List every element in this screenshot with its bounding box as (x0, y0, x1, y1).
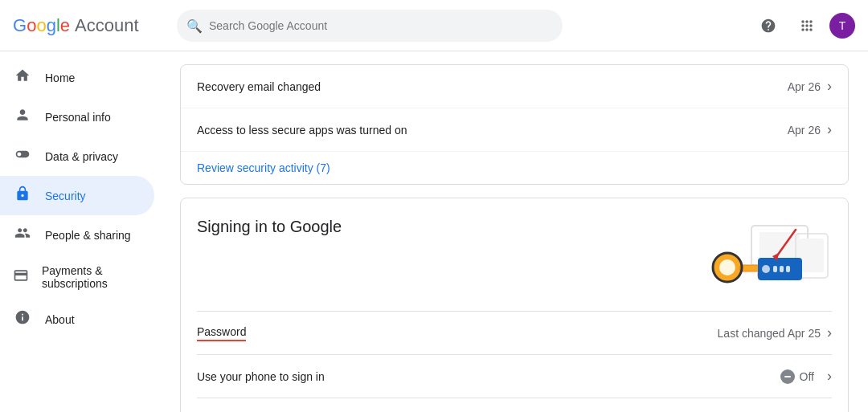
sidebar-label-security: Security (45, 190, 86, 202)
apps-button[interactable] (791, 10, 823, 42)
password-date: Last changed Apr 25 (718, 327, 821, 340)
person-icon (13, 107, 32, 127)
search-icon: 🔍 (186, 18, 203, 33)
info-icon (13, 309, 32, 329)
sidebar-label-home: Home (45, 71, 75, 84)
help-button[interactable] (752, 10, 784, 42)
home-icon (13, 67, 32, 88)
activity-title-0: Recovery email changed (197, 80, 772, 93)
people-icon (13, 225, 32, 245)
svg-point-7 (719, 259, 735, 275)
recent-activity-card: Recovery email changed Apr 26 › Access t… (180, 64, 849, 185)
sidebar-item-data-privacy[interactable]: Data & privacy (0, 137, 154, 176)
account-title: Account (75, 15, 139, 36)
2step-row[interactable]: 2-Step Verification Off › (197, 398, 832, 412)
chevron-right-icon-password: › (827, 324, 832, 341)
toggle-icon (13, 146, 32, 166)
sidebar-item-people-sharing[interactable]: People & sharing (0, 215, 154, 255)
layout: Home Personal info Data & privacy Securi… (0, 51, 868, 412)
sidebar-label-about: About (45, 313, 75, 326)
phone-signin-status-text: Off (800, 370, 814, 383)
sidebar-item-personal-info[interactable]: Personal info (0, 97, 154, 137)
activity-row-1[interactable]: Access to less secure apps was turned on… (181, 108, 848, 152)
sidebar-item-payments[interactable]: Payments & subscriptions (0, 255, 154, 300)
activity-row-0[interactable]: Recovery email changed Apr 26 › (181, 65, 848, 108)
svg-rect-5 (800, 239, 824, 272)
sidebar-label-payments: Payments & subscriptions (42, 264, 141, 290)
phone-signin-label: Use your phone to sign in (197, 370, 780, 383)
signing-in-card: Signing in to Google (180, 198, 849, 412)
phone-signin-status: Off (780, 369, 814, 384)
password-row[interactable]: Password Last changed Apr 25 › (197, 311, 832, 354)
svg-rect-1 (760, 232, 800, 259)
password-row-left: Password (197, 325, 702, 341)
signing-in-header: Signing in to Google (197, 218, 832, 298)
lock-icon (13, 186, 32, 206)
svg-rect-16 (786, 266, 790, 272)
password-label: Password (197, 325, 246, 341)
signing-in-illustration (671, 218, 832, 298)
svg-rect-14 (773, 266, 777, 272)
apps-icon (799, 18, 815, 34)
search-bar-container: 🔍 (177, 10, 563, 42)
sidebar-item-about[interactable]: About (0, 300, 154, 339)
main-content: Recovery email changed Apr 26 › Access t… (161, 51, 868, 412)
phone-signin-row[interactable]: Use your phone to sign in Off › (197, 354, 832, 398)
svg-point-13 (762, 265, 770, 273)
search-input[interactable] (177, 10, 563, 42)
header-actions: T (752, 10, 855, 42)
sidebar-item-security[interactable]: Security (0, 176, 154, 215)
google-logo-text: Google (13, 15, 70, 36)
sidebar-label-personal-info: Personal info (45, 111, 111, 124)
credit-card-icon (13, 267, 29, 288)
review-security-link[interactable]: Review security activity (7) (181, 152, 848, 184)
logo: Google Account (13, 15, 158, 36)
svg-rect-15 (780, 266, 784, 272)
signing-in-title: Signing in to Google (197, 218, 342, 236)
sidebar-item-home[interactable]: Home (0, 58, 154, 97)
off-icon-phone (780, 369, 795, 384)
help-icon (760, 18, 776, 34)
phone-signin-left: Use your phone to sign in (197, 370, 780, 383)
sidebar: Home Personal info Data & privacy Securi… (0, 51, 161, 412)
sidebar-label-data-privacy: Data & privacy (45, 150, 118, 163)
chevron-right-icon-0: › (827, 78, 832, 95)
chevron-right-icon-1: › (827, 121, 832, 138)
chevron-right-icon-phone: › (827, 368, 832, 385)
avatar[interactable]: T (829, 13, 855, 39)
key-svg (671, 218, 832, 298)
sidebar-label-people-sharing: People & sharing (45, 229, 131, 242)
header: Google Account 🔍 T (0, 0, 868, 51)
activity-date-1: Apr 26 (788, 124, 821, 137)
activity-date-0: Apr 26 (788, 80, 821, 93)
activity-title-1: Access to less secure apps was turned on (197, 124, 772, 137)
